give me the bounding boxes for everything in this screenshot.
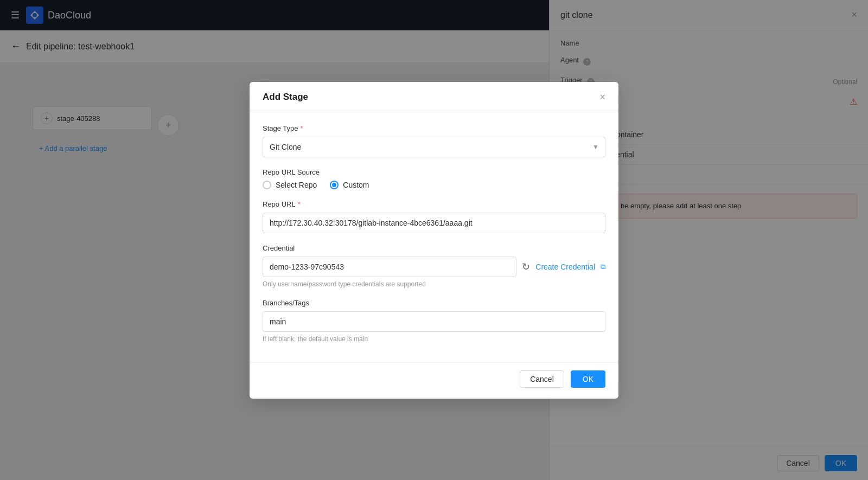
branches-group: Branches/Tags If left blank, the default… [263,299,605,343]
repo-url-label: Repo URL * [263,200,605,208]
external-link-icon[interactable]: ⧉ [601,263,605,271]
radio-inner-custom [332,183,336,187]
branches-label: Branches/Tags [263,299,605,307]
modal-cancel-button[interactable]: Cancel [520,370,564,388]
modal-header: Add Stage × [250,82,618,111]
credential-row: ↻ Create Credential ⧉ [263,257,605,277]
add-stage-modal: Add Stage × Stage Type * Git Clone ▼ Rep… [250,82,618,399]
refresh-icon[interactable]: ↻ [522,261,530,273]
radio-custom[interactable]: Custom [330,181,369,189]
radio-select-repo[interactable]: Select Repo [263,181,317,189]
stage-type-select[interactable]: Git Clone [263,137,605,157]
create-credential-button[interactable]: Create Credential [535,263,595,271]
stage-type-group: Stage Type * Git Clone ▼ [263,124,605,157]
radio-label-custom: Custom [343,181,369,189]
credential-group: Credential ↻ Create Credential ⧉ Only us… [263,244,605,288]
modal-footer: Cancel OK [250,362,618,399]
repo-url-input[interactable] [263,213,605,233]
branches-input[interactable] [263,311,605,332]
stage-type-select-wrapper: Git Clone ▼ [263,137,605,157]
branches-hint: If left blank, the default value is main [263,335,605,343]
credential-input[interactable] [263,257,516,277]
stage-type-label: Stage Type * [263,124,605,132]
modal-body: Stage Type * Git Clone ▼ Repo URL Source… [250,111,618,362]
credential-hint: Only username/password type credentials … [263,280,605,288]
radio-circle-select-repo [263,181,271,189]
credential-label: Credential [263,244,605,252]
radio-group: Select Repo Custom [263,181,605,189]
repo-url-source-group: Repo URL Source Select Repo Custom [263,168,605,189]
radio-circle-custom [330,181,339,189]
radio-label-select-repo: Select Repo [276,181,317,189]
repo-url-group: Repo URL * [263,200,605,233]
modal-ok-button[interactable]: OK [571,370,605,388]
modal-title: Add Stage [263,92,308,103]
modal-close-button[interactable]: × [599,92,605,103]
repo-url-source-label: Repo URL Source [263,168,605,176]
